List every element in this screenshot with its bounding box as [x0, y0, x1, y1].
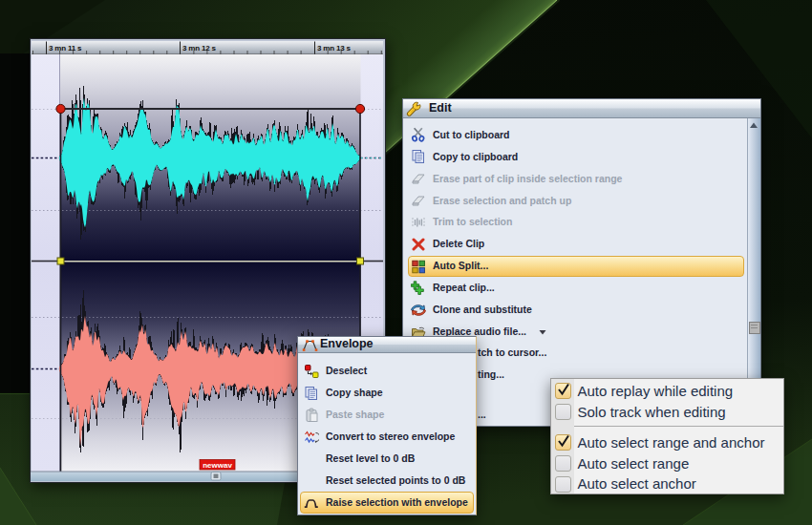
svg-text:newwav: newwav — [203, 461, 232, 470]
svg-text:3 mn 12 s: 3 mn 12 s — [182, 44, 216, 52]
svg-text:3 mn 13 s: 3 mn 13 s — [317, 44, 351, 52]
svg-text:3 mn 11 s: 3 mn 11 s — [49, 44, 82, 52]
